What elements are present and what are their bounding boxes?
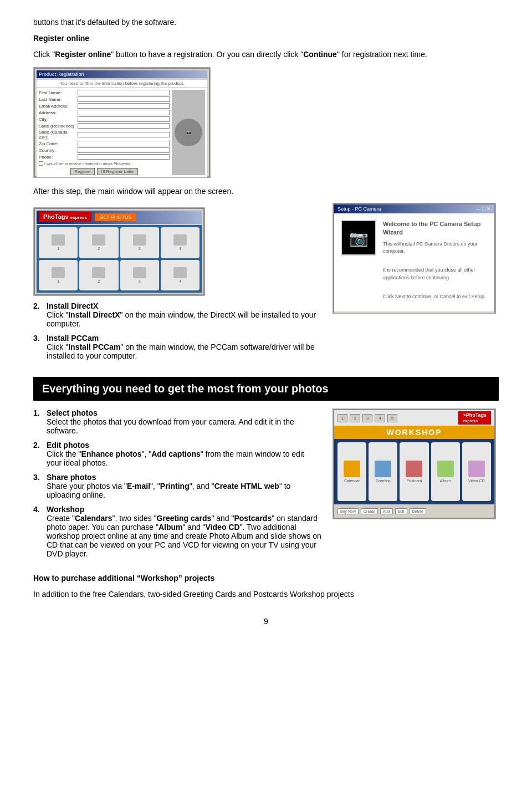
nav-item-1: 1 [337, 414, 347, 422]
workshop-btn-4[interactable]: Edit [395, 508, 407, 514]
install-pccam-desc: Click "Install PCCam" on the main window… [47, 343, 315, 360]
reg-buttons: Register I'll Register Later [39, 168, 170, 175]
reg-body: First Name: Last Name: Email Address: Ad… [37, 88, 207, 177]
pc-cam-icon: 📷 [341, 220, 376, 256]
reg-zip: Zip Code: [39, 141, 170, 146]
reg-instruction: You need to fill in the information befo… [37, 80, 207, 88]
step-3-item: 3. Share photos Share your photos via "E… [33, 473, 321, 499]
workshop-title: WORKSHOP [334, 426, 494, 439]
workshop-btn-3[interactable]: Add [380, 508, 392, 514]
register-online-desc: Click "Register online" button to have a… [33, 49, 499, 60]
reg-firstname: First Name: [39, 90, 170, 95]
reg-titlebar: Product Registration [37, 70, 207, 78]
workshop-col: 1 2 3 4 5 >PhoTagsexpress WORKSHOP Calen… [332, 408, 499, 564]
main-win-content: PhoTags express GET PHOTOS 1 2 [34, 208, 204, 295]
step-2-number: 2. [33, 441, 43, 467]
step-3-title: Share photos [47, 473, 96, 482]
page-number: 9 [33, 617, 499, 626]
step-1-item: 1. Select photos Select the photos that … [33, 408, 321, 435]
step-1-number: 1. [33, 408, 43, 435]
after-step-text: After this step, the main window will ap… [33, 186, 499, 197]
phototags-sub: express [70, 215, 87, 220]
step-1-title: Select photos [47, 408, 98, 417]
nav-item-2: 2 [350, 414, 360, 422]
intro-line1: buttons that it’s defaulted by the softw… [33, 17, 499, 28]
pc-camera-screenshot: Setup - PC Camera — □ ✕ 📷 Welcome to the… [332, 203, 496, 314]
win-icon-7: 3 [120, 260, 159, 291]
install-left: PhoTags express GET PHOTOS 1 2 [33, 203, 321, 366]
pc-cam-content: Setup - PC Camera — □ ✕ 📷 Welcome to the… [333, 203, 495, 313]
reg-form: First Name: Last Name: Email Address: Ad… [39, 90, 170, 175]
nav-item-4: 4 [375, 414, 385, 422]
install-pccam-item: 3. Install PCCam Click "Install PCCam" o… [33, 334, 321, 360]
workshop-bottom: Buy Now Create Add Edit Delete [334, 504, 494, 518]
workshop-btn-1[interactable]: Buy Now [337, 508, 359, 514]
main-win-body: 1 2 3 4 [37, 225, 202, 293]
step-4-number: 4. [33, 505, 43, 558]
reg-lastname: Last Name: [39, 96, 170, 102]
install-directx-content: Install DirectX Click "Install DirectX" … [47, 302, 321, 328]
workshop-icon-calendar: Calendar [337, 442, 366, 501]
pc-cam-heading: Welcome to the PC Camera Setup Wizard [383, 220, 488, 237]
workshop-btn-2[interactable]: Create [361, 508, 378, 514]
install-directx-title: Install DirectX [47, 302, 98, 310]
pc-cam-line1: This will install PC Camera Drivers on y… [383, 241, 488, 256]
main-window-screenshot: PhoTags express GET PHOTOS 1 2 [33, 207, 205, 296]
step-2-content: Edit photos Click the "Enhance photos", … [47, 441, 321, 467]
pc-cam-body: 📷 Welcome to the PC Camera Setup Wizard … [334, 213, 494, 311]
workshop-icon-calendar-label: Calendar [344, 479, 360, 483]
nav-item-5: 5 [387, 414, 397, 422]
workshop-icons: Calendar Greeting Postcard Album [334, 439, 494, 504]
step-4-content: Workshop Create "Calendars", two sides "… [47, 505, 321, 558]
intro-section: buttons that it’s defaulted by the softw… [33, 17, 499, 60]
step-2-title: Edit photos [47, 441, 89, 449]
steps-section: 1. Select photos Select the photos that … [33, 408, 499, 564]
workshop-icon-videocd-label: Video CD [468, 479, 485, 483]
reg-skipnow-btn[interactable]: I'll Register Later [97, 168, 138, 175]
reg-register-btn[interactable]: Register [70, 168, 95, 175]
step-4-item: 4. Workshop Create "Calendars", two side… [33, 505, 321, 558]
step-3-desc: Share your photos via "E-mail", "Printin… [47, 482, 290, 499]
workshop-icon-postcard: Postcard [400, 442, 428, 501]
pc-cam-title: Setup - PC Camera [337, 206, 381, 212]
page-content: buttons that it’s defaulted by the softw… [33, 17, 499, 626]
win-icon-3: 3 [120, 227, 159, 258]
workshop-nav: 1 2 3 4 5 >PhoTagsexpress [334, 410, 494, 426]
step-3-number: 3. [33, 473, 43, 499]
get-photos-button[interactable]: GET PHOTOS [95, 213, 136, 221]
win-icon-1: 1 [39, 227, 78, 258]
win-icon-4: 4 [161, 227, 200, 258]
phototags-header: PhoTags express [39, 212, 91, 222]
step-2-item: 2. Edit photos Click the "Enhance photos… [33, 441, 321, 467]
reg-address2: Address: [39, 110, 170, 115]
product-registration-screenshot: Product Registration You need to fill in… [33, 67, 211, 178]
win-icon-5: 1 [39, 260, 78, 291]
workshop-content: 1 2 3 4 5 >PhoTagsexpress WORKSHOP Calen… [333, 409, 495, 519]
pc-cam-line3: Click Next to continue, or Cancel to exi… [383, 293, 488, 301]
install-pccam-title: Install PCCam [47, 334, 99, 343]
reg-state: State (Residence): [39, 123, 170, 129]
register-online-title: Register online [33, 33, 499, 44]
reg-state2: State (Canada ZIP): [39, 130, 170, 140]
workshop-btn-5[interactable]: Delete [410, 508, 426, 514]
install-directx-number: 2. [33, 302, 43, 328]
register-online-bold: Register online [33, 34, 89, 43]
phototags-label: PhoTags [43, 213, 69, 220]
pc-cam-text: Welcome to the PC Camera Setup Wizard Th… [383, 220, 488, 305]
install-pccam-content: Install PCCam Click "Install PCCam" on t… [47, 334, 321, 360]
workshop-icon-greeting: Greeting [369, 442, 397, 501]
workshop-icon-postcard-label: Postcard [407, 479, 422, 483]
reg-image: 📷 [172, 90, 205, 175]
install-pccam-number: 3. [33, 334, 43, 360]
step-2-desc: Click the "Enhance photos", "Add caption… [47, 449, 304, 467]
reg-welcome: Welcome to the Ho-Tags Register | Regist… [37, 177, 207, 178]
step-4-title: Workshop [47, 505, 84, 514]
reg-phone: Phone: [39, 154, 170, 160]
step-1-content: Select photos Select the photos that you… [47, 408, 321, 435]
how-to-purchase-desc: In addition to the free Calendars, two-s… [33, 589, 499, 600]
step-3-content: Share photos Share your photos via "E-ma… [47, 473, 321, 499]
pc-cam-titlebar: Setup - PC Camera — □ ✕ [334, 205, 494, 213]
workshop-icon-greeting-label: Greeting [376, 479, 391, 483]
reg-country: Country: [39, 147, 170, 153]
reg-sim-content: Product Registration You need to fill in… [34, 68, 210, 177]
